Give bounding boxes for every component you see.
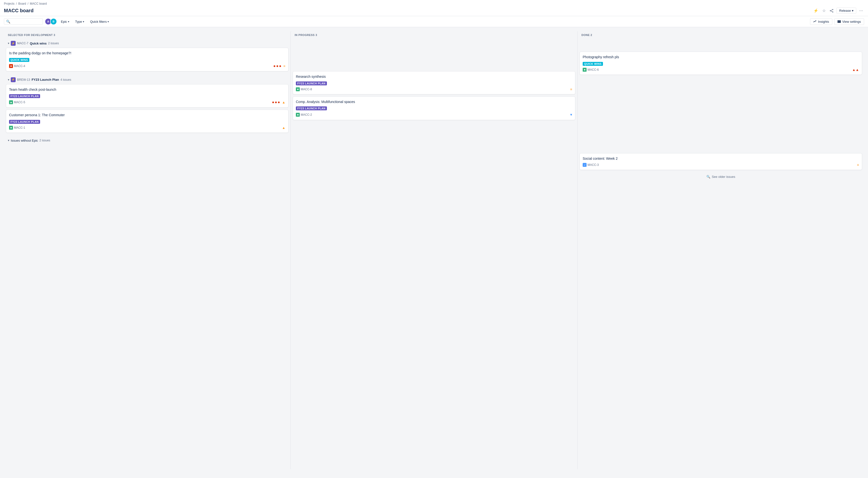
card-actions-macc-4: ●●● ≡ <box>273 64 285 68</box>
card-footer-macc-4: ■ MACC-4 ●●● ≡ <box>9 64 285 68</box>
chevron-down-icon-macc-2: ▾ <box>570 112 572 117</box>
epic-group-fy23-done <box>580 79 862 138</box>
title-actions: ⚡ ☆ Release ▾ ⋯ <box>812 7 864 14</box>
column-in-progress: IN PROGRESS 3 Research synthesis FY23 LA… <box>290 31 577 470</box>
card-id-macc-8: ■ MACC-8 <box>296 87 312 91</box>
story-icon-macc-5: ■ <box>9 100 13 104</box>
card-actions-macc-8: ≡ <box>570 87 572 91</box>
svg-point-2 <box>832 11 833 12</box>
search-box[interactable]: 🔍 <box>4 18 43 25</box>
see-older-button[interactable]: 🔍 See older issues <box>580 172 862 181</box>
share-button[interactable] <box>829 8 835 14</box>
card-id-macc-3: ✓ MACC-3 <box>583 163 599 167</box>
card-footer-macc-1: ■ MACC-1 ▲ <box>9 126 285 130</box>
breadcrumb-projects[interactable]: Projects <box>4 2 14 5</box>
card-footer-macc-3: ✓ MACC-3 ≡ <box>583 163 859 167</box>
avatar-2[interactable]: B <box>50 18 57 25</box>
issues-without-epic-done: Social content: Week 2 ✓ MACC-3 ≡ 🔍 See … <box>580 141 862 182</box>
card-macc-1[interactable]: Customer persona 1: The Commuter FY23 LA… <box>6 110 288 133</box>
epic-count-quick-wins: 2 issues <box>48 41 59 45</box>
collapse-no-epic-icon[interactable]: ▾ <box>8 139 9 142</box>
release-button[interactable]: Release ▾ <box>836 7 856 14</box>
card-macc-4[interactable]: Is the padding dodgy on the homepage?! Q… <box>6 48 288 71</box>
card-label-quick-wins: QUICK WINS <box>9 58 29 62</box>
epic-name-fy23: FY23 Launch Plan <box>32 78 59 82</box>
type-chevron-icon: ▾ <box>83 20 84 23</box>
card-actions-macc-2: ▾ <box>570 112 572 117</box>
svg-point-9 <box>839 21 840 22</box>
epic-group-quick-wins: ▾ ⚡ MACC-7 Quick wins 2 issues Is the pa… <box>6 39 288 71</box>
card-macc-6[interactable]: Photography refresh pls QUICK WINS ■ MAC… <box>580 52 862 75</box>
more-options-button[interactable]: ⋯ <box>858 7 864 14</box>
empty-inprogress-no-epic <box>291 124 577 153</box>
card-id-macc-2: ■ MACC-2 <box>296 113 312 117</box>
card-title-macc-3: Social content: Week 2 <box>583 156 859 161</box>
svg-line-4 <box>831 11 832 12</box>
epic-group-quick-wins-inprogress <box>293 39 575 58</box>
column-header-selected: SELECTED FOR DEVELOPMENT 3 <box>4 31 290 39</box>
card-label-macc-2: FY23 LAUNCH PLAN <box>296 107 327 110</box>
search-input[interactable] <box>11 20 40 24</box>
filter-bar-right: Insights View settings <box>810 18 864 25</box>
card-actions-macc-6: ▲▲ <box>852 68 859 72</box>
story-icon-macc-1: ■ <box>9 126 13 130</box>
story-icon-macc-8: ■ <box>296 87 300 91</box>
card-footer-macc-6: ■ MACC-6 ▲▲ <box>583 68 859 72</box>
epic-header-quick-wins: ▾ ⚡ MACC-7 Quick wins 2 issues <box>6 39 288 48</box>
card-label-macc-1: FY23 LAUNCH PLAN <box>9 120 40 124</box>
card-label-macc-5: FY23 LAUNCH PLAN <box>9 94 40 98</box>
card-macc-2[interactable]: Comp. Analysis: Multifunctional spaces F… <box>293 96 575 120</box>
breadcrumb-current: MACC board <box>30 2 47 5</box>
quick-filters-chevron-icon: ▾ <box>107 20 109 23</box>
epic-key-fy23: BREW-13 <box>17 78 30 82</box>
epic-count-fy23: 4 issues <box>60 78 71 82</box>
card-footer-macc-8: ■ MACC-8 ≡ <box>296 87 572 91</box>
card-id-macc-1: ■ MACC-1 <box>9 126 25 130</box>
svg-point-0 <box>832 9 833 10</box>
double-chevron-up-icon: ▲▲ <box>852 68 859 72</box>
epic-group-fy23: ▾ ⚡ BREW-13 FY23 Launch Plan 4 issues Te… <box>6 76 288 133</box>
epic-chevron-icon: ▾ <box>68 20 69 23</box>
svg-point-1 <box>830 10 831 11</box>
epic-group-quick-wins-done: Photography refresh pls QUICK WINS ■ MAC… <box>580 39 862 75</box>
card-label-macc-6: QUICK WINS <box>583 62 603 66</box>
dots-icon-macc-4: ●●● <box>273 64 282 68</box>
insights-button[interactable]: Insights <box>810 18 832 25</box>
epic-group-fy23-inprogress: Research synthesis FY23 LAUNCH PLAN ■ MA… <box>293 71 575 120</box>
chevron-up-orange-icon: ▲ <box>282 126 285 130</box>
card-label-macc-8: FY23 LAUNCH PLAN <box>296 82 327 85</box>
card-id-macc-6: ■ MACC-6 <box>583 68 599 72</box>
issues-without-epic-count: 2 issues <box>39 139 50 142</box>
card-macc-3[interactable]: Social content: Week 2 ✓ MACC-3 ≡ <box>580 153 862 170</box>
filter-bar: 🔍 A B Epic ▾ Type ▾ Quick filters ▾ Insi… <box>0 16 868 27</box>
breadcrumb-board[interactable]: Board <box>18 2 26 5</box>
collapse-quick-wins-icon[interactable]: ▾ <box>8 41 9 45</box>
card-macc-8[interactable]: Research synthesis FY23 LAUNCH PLAN ■ MA… <box>293 71 575 94</box>
dots-icon-macc-5: ●●● <box>272 100 280 104</box>
type-filter-button[interactable]: Type ▾ <box>73 19 86 25</box>
card-title-macc-4: Is the padding dodgy on the homepage?! <box>9 51 285 56</box>
view-settings-button[interactable]: View settings <box>834 18 864 25</box>
epic-name-quick-wins: Quick wins <box>30 41 47 45</box>
card-macc-5[interactable]: Team health check post-launch FY23 LAUNC… <box>6 84 288 108</box>
lightning-button[interactable]: ⚡ <box>812 7 819 14</box>
epic-filter-button[interactable]: Epic ▾ <box>59 19 71 25</box>
collapse-fy23-icon[interactable]: ▾ <box>8 78 9 82</box>
card-title-macc-1: Customer persona 1: The Commuter <box>9 113 285 118</box>
search-icon: 🔍 <box>6 20 10 24</box>
story-icon-macc-2: ■ <box>296 113 300 117</box>
epic-icon-quick-wins: ⚡ <box>11 41 16 46</box>
search-older-icon: 🔍 <box>706 175 710 179</box>
star-button[interactable]: ☆ <box>821 7 827 14</box>
card-actions-macc-1: ▲ <box>282 126 285 130</box>
card-actions-macc-5: ●●● ▲ <box>272 100 285 104</box>
card-title-macc-6: Photography refresh pls <box>583 55 859 60</box>
card-title-macc-5: Team health check post-launch <box>9 87 285 92</box>
quick-filters-button[interactable]: Quick filters ▾ <box>88 19 111 25</box>
issues-without-epic-label: Issues without Epic <box>11 139 38 142</box>
card-id-macc-5: ■ MACC-5 <box>9 100 25 104</box>
column-selected: SELECTED FOR DEVELOPMENT 3 ▾ ⚡ MACC-7 Qu… <box>4 31 290 470</box>
priority-icon-macc-8: ≡ <box>570 87 572 91</box>
epic-icon-fy23: ⚡ <box>11 77 16 82</box>
issues-without-epic-section: ▾ Issues without Epic 2 issues <box>6 137 288 159</box>
